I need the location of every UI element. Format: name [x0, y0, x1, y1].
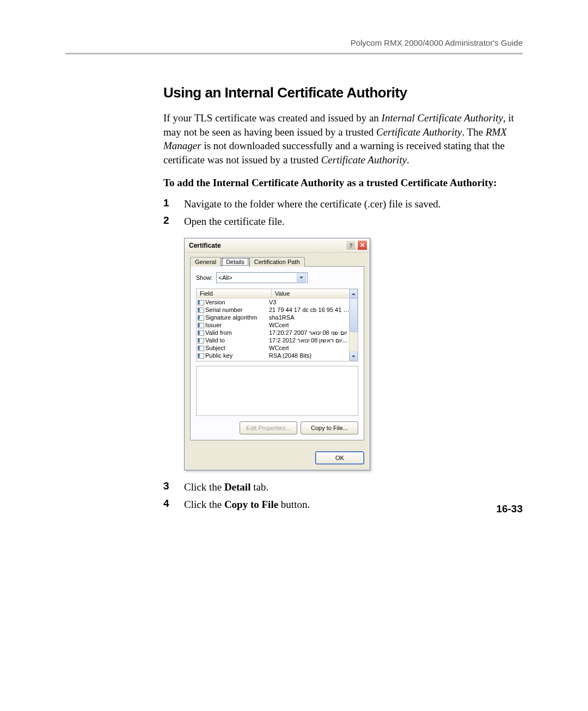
- step-3-num: 3: [163, 480, 184, 494]
- field-name: Public key: [204, 352, 266, 359]
- field-list[interactable]: Field Value VersionV3Serial number21 79 …: [196, 289, 358, 361]
- table-row[interactable]: Signature algorithmsha1RSA: [197, 314, 350, 321]
- edit-properties-button: Edit Properties...: [240, 421, 297, 434]
- step-4: 4 Click the Copy to File button.: [163, 498, 523, 512]
- dialog-title: Certificate: [189, 242, 345, 249]
- dialog-titlebar[interactable]: Certificate ? ✕: [185, 238, 370, 253]
- tab-panel-details: Show: <All> Field: [190, 266, 364, 440]
- table-row[interactable]: VersionV3: [197, 298, 350, 306]
- intro-paragraph: If your TLS certificate was created and …: [163, 111, 523, 167]
- p1e: . The: [462, 126, 485, 138]
- scroll-up-icon[interactable]: [350, 289, 358, 298]
- close-icon: ✕: [360, 242, 365, 249]
- field-detail-box: [196, 366, 358, 416]
- header-rule: [65, 53, 523, 54]
- field-name: Valid to: [204, 336, 266, 344]
- cert-field-icon: [197, 329, 204, 336]
- step-2-text: Open the certificate file.: [184, 214, 285, 229]
- show-select-value: <All>: [219, 274, 232, 281]
- table-row[interactable]: Public keyRSA (2048 Bits): [197, 352, 350, 359]
- step-4-num: 4: [163, 498, 184, 512]
- show-label: Show:: [196, 274, 213, 281]
- step-3-bold: Detail: [224, 481, 251, 493]
- p1a: If your TLS certificate was created and …: [163, 112, 382, 124]
- field-value: 21 79 44 17 dc cb 16 95 41 e6...: [266, 306, 350, 314]
- step-1: 1 Navigate to the folder where the certi…: [163, 197, 523, 211]
- field-name: Issuer: [204, 321, 266, 329]
- table-row[interactable]: Valid toיום ראשון 08 ינואר 2012 17:2...: [197, 336, 350, 344]
- table-row[interactable]: Serial number21 79 44 17 dc cb 16 95 41 …: [197, 306, 350, 314]
- field-name: Serial number: [204, 306, 266, 314]
- field-value: V3: [266, 298, 350, 306]
- header-guide-title: Polycom RMX 2000/4000 Administrator's Gu…: [65, 38, 523, 47]
- step-4-bold: Copy to File: [224, 499, 278, 510]
- field-value: RSA (2048 Bits): [266, 352, 350, 359]
- certificate-dialog: Certificate ? ✕ General Details Certific…: [184, 238, 370, 470]
- tab-general[interactable]: General: [190, 257, 221, 267]
- field-value: WCcert: [266, 321, 350, 329]
- table-row[interactable]: SubjectWCcert: [197, 344, 350, 352]
- step-1-num: 1: [163, 197, 184, 211]
- scroll-thumb[interactable]: [350, 298, 358, 332]
- step-3-pre: Click the: [184, 481, 224, 493]
- p1d: Certificate Authority: [376, 126, 462, 138]
- step-3-text: Click the Detail tab.: [184, 480, 268, 494]
- field-value: WCcert: [266, 344, 350, 352]
- step-3-post: tab.: [250, 481, 268, 493]
- tab-certpath[interactable]: Certification Path: [249, 257, 305, 267]
- tab-details[interactable]: Details: [221, 257, 249, 267]
- p1h: Certificate Authority: [321, 154, 407, 166]
- section-title: Using an Internal Certificate Authority: [163, 84, 523, 101]
- show-select[interactable]: <All>: [216, 272, 308, 283]
- close-button[interactable]: ✕: [357, 240, 367, 250]
- cert-field-icon: [197, 314, 204, 321]
- column-field[interactable]: Field: [197, 289, 272, 298]
- question-icon: ?: [349, 242, 353, 249]
- lead-in: To add the Internal Certificate Authorit…: [163, 176, 523, 190]
- field-name: Version: [204, 298, 266, 306]
- cert-field-icon: [197, 306, 204, 314]
- field-name: Valid from: [204, 329, 266, 336]
- cert-field-icon: [197, 321, 204, 329]
- step-4-pre: Click the: [184, 499, 224, 510]
- p1i: .: [407, 154, 409, 166]
- field-value: sha1RSA: [266, 314, 350, 321]
- ok-button[interactable]: OK: [315, 451, 364, 464]
- step-1-text: Navigate to the folder where the certifi…: [184, 197, 441, 211]
- help-button[interactable]: ?: [346, 240, 356, 250]
- tab-strip: General Details Certification Path: [190, 257, 364, 267]
- cert-field-icon: [197, 352, 204, 359]
- step-3: 3 Click the Detail tab.: [163, 480, 523, 494]
- scroll-track[interactable]: [350, 332, 358, 352]
- column-value[interactable]: Value: [272, 289, 350, 298]
- vertical-scrollbar[interactable]: [349, 289, 358, 361]
- page-number: 16-33: [496, 503, 523, 515]
- field-name: Subject: [204, 344, 266, 352]
- scroll-down-icon[interactable]: [350, 352, 358, 361]
- step-2-num: 2: [163, 214, 184, 229]
- table-row[interactable]: IssuerWCcert: [197, 321, 350, 329]
- chevron-down-icon: [297, 273, 306, 282]
- step-2: 2 Open the certificate file.: [163, 214, 523, 229]
- field-name: Signature algorithm: [204, 314, 266, 321]
- cert-field-icon: [197, 344, 204, 352]
- step-4-post: button.: [278, 499, 310, 510]
- field-value: יום ראשון 08 ינואר 2012 17:2...: [266, 336, 350, 344]
- step-4-text: Click the Copy to File button.: [184, 498, 310, 512]
- cert-field-icon: [197, 336, 204, 344]
- table-row[interactable]: Valid fromיום שני 08 ינואר 2007 17:20:27: [197, 329, 350, 336]
- field-list-header: Field Value: [197, 289, 350, 298]
- copy-to-file-button[interactable]: Copy to File...: [301, 421, 358, 434]
- p1b: Internal Certificate Authority: [382, 112, 503, 124]
- cert-field-icon: [197, 298, 204, 306]
- field-value: יום שני 08 ינואר 2007 17:20:27: [266, 329, 350, 336]
